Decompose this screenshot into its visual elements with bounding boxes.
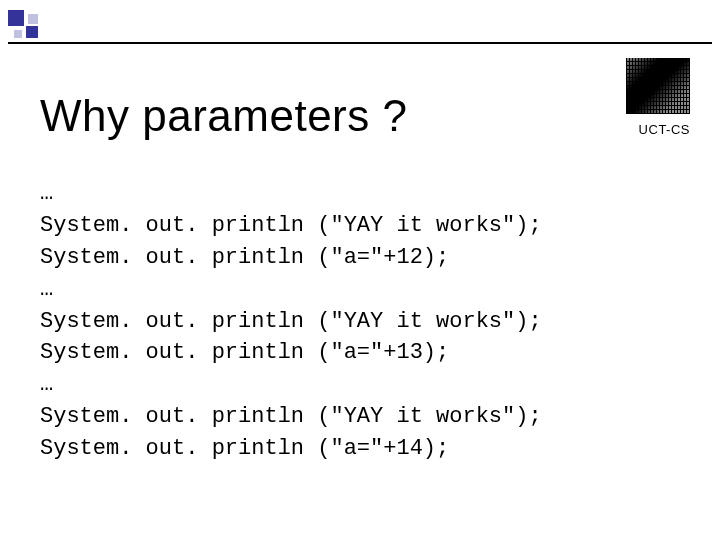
slide: Why parameters ? UCT-CS … System. out. p… bbox=[0, 0, 720, 540]
horizontal-rule bbox=[8, 42, 712, 44]
affiliation-label: UCT-CS bbox=[639, 122, 690, 137]
uct-logo bbox=[626, 58, 690, 114]
code-block: … System. out. println ("YAY it works");… bbox=[40, 178, 542, 465]
slide-title: Why parameters ? bbox=[40, 91, 407, 141]
